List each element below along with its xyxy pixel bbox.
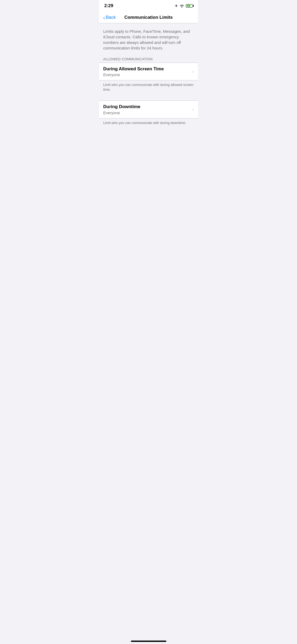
- back-button[interactable]: ‹ Back: [103, 15, 116, 20]
- chevron-right-icon-2: ›: [192, 107, 194, 112]
- during-downtime-content: During Downtime Everyone: [103, 104, 190, 115]
- during-allowed-screen-time-subtitle: Everyone: [103, 72, 190, 77]
- back-chevron-icon: ‹: [103, 15, 105, 20]
- during-downtime-footer: Limit who you can communicate with durin…: [99, 118, 198, 128]
- allowed-communication-header: ALLOWED COMMUNICATION: [99, 55, 198, 63]
- group-spacer: [99, 95, 198, 100]
- during-allowed-screen-time-content: During Allowed Screen Time Everyone: [103, 66, 190, 77]
- description-section: Limits apply to Phone, FaceTime, Message…: [99, 23, 198, 55]
- during-downtime-item[interactable]: During Downtime Everyone ›: [99, 101, 198, 118]
- nav-bar: ‹ Back Communication Limits: [99, 12, 198, 23]
- during-downtime-group: During Downtime Everyone ›: [99, 100, 198, 118]
- status-time: 2:29: [104, 3, 113, 8]
- bottom-space: [99, 128, 198, 139]
- back-label: Back: [106, 15, 116, 20]
- status-bar: 2:29 ✈ ⚡: [99, 0, 198, 12]
- during-allowed-screen-time-item[interactable]: During Allowed Screen Time Everyone ›: [99, 63, 198, 80]
- airplane-icon: ✈: [175, 4, 178, 8]
- allowed-screen-time-footer: Limit who you can communicate with durin…: [99, 80, 198, 95]
- during-downtime-subtitle: Everyone: [103, 111, 190, 115]
- wifi-icon: [180, 4, 184, 8]
- content: Limits apply to Phone, FaceTime, Message…: [99, 23, 198, 139]
- description-text: Limits apply to Phone, FaceTime, Message…: [103, 29, 194, 51]
- battery-icon: ⚡: [186, 4, 193, 8]
- allowed-screen-time-group: During Allowed Screen Time Everyone ›: [99, 63, 198, 80]
- page-title: Communication Limits: [124, 15, 173, 20]
- during-allowed-screen-time-title: During Allowed Screen Time: [103, 66, 190, 72]
- chevron-right-icon: ›: [192, 69, 194, 74]
- status-icons: ✈ ⚡: [175, 4, 193, 8]
- during-downtime-title: During Downtime: [103, 104, 190, 110]
